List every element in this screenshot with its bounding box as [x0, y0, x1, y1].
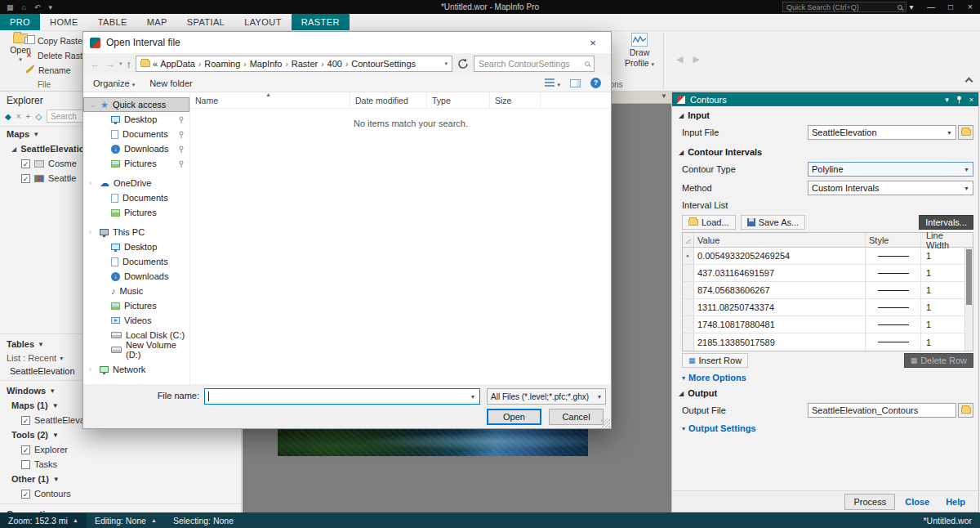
map-window-menu-icon[interactable]: ▼: [661, 92, 667, 100]
other-checkbox[interactable]: [21, 490, 30, 499]
back-icon[interactable]: ←: [90, 58, 100, 70]
app-menu-icon[interactable]: ▦: [7, 3, 14, 11]
method-select[interactable]: Custom Intervals ▼: [808, 181, 973, 195]
layer-checkbox[interactable]: [21, 174, 30, 183]
dialog-search-input[interactable]: Search ContourSettings: [474, 56, 595, 72]
process-button[interactable]: Process: [844, 494, 895, 510]
dialog-close-icon[interactable]: ×: [581, 37, 604, 49]
input-file-browse-button[interactable]: [958, 125, 973, 140]
output-file-input[interactable]: SeattleElevation_Contours: [808, 403, 956, 418]
save-icon[interactable]: ⌂: [22, 3, 26, 11]
row-selector[interactable]: [683, 333, 694, 351]
tab-spatial[interactable]: SPATIAL: [177, 14, 234, 30]
chevron-icon[interactable]: ›: [89, 228, 91, 236]
zoom-status[interactable]: Zoom: 152.3 mi ▲: [0, 512, 87, 528]
layer-checkbox[interactable]: [21, 159, 30, 168]
column-name[interactable]: Name ▴: [190, 92, 350, 108]
window-checkbox[interactable]: [21, 416, 30, 425]
chevron-down-icon[interactable]: ▾: [945, 96, 949, 104]
new-folder-button[interactable]: New folder: [149, 78, 193, 88]
input-section-header[interactable]: ◢ Input: [672, 106, 978, 122]
resize-grip[interactable]: [601, 418, 610, 427]
interval-row[interactable]: 1748.10817880481 1: [683, 316, 973, 333]
maximize-button[interactable]: □: [941, 0, 960, 14]
tool-item-tasks[interactable]: Tasks: [0, 457, 241, 472]
copy-raster-button[interactable]: Copy Raster: [24, 34, 90, 47]
quick-search-input[interactable]: Quick Search (Ctrl+Q): [782, 2, 906, 12]
contour-intervals-section-header[interactable]: ◢ Contour Intervals: [672, 143, 978, 159]
style-column-header[interactable]: Style: [866, 233, 921, 247]
interval-row[interactable]: 874.05683606267 1: [683, 282, 973, 299]
help-button[interactable]: Help: [939, 494, 972, 510]
line-style-swatch[interactable]: [866, 316, 921, 333]
save-as-button[interactable]: Save As...: [741, 215, 806, 230]
change-view-button[interactable]: ▾: [545, 78, 560, 88]
tab-home[interactable]: HOME: [40, 14, 88, 30]
open-button[interactable]: Open: [487, 409, 541, 425]
add-layer-icon[interactable]: ◆: [5, 112, 11, 121]
chevron-icon[interactable]: ›: [89, 179, 91, 187]
tab-raster[interactable]: RASTER: [292, 14, 350, 30]
cancel-button[interactable]: Cancel: [549, 409, 604, 425]
collapse-ribbon-icon[interactable]: [965, 78, 973, 86]
nav-item-pictures-qa[interactable]: Pictures: [83, 156, 189, 171]
recent-locations-icon[interactable]: ▾: [119, 60, 122, 67]
file-list[interactable]: Name ▴ Date modified Type Size No items …: [190, 92, 611, 384]
tool-checkbox[interactable]: [21, 460, 30, 469]
draw-profile-button[interactable]: Draw Profile ▾: [621, 33, 658, 80]
refresh-icon[interactable]: [457, 57, 470, 70]
nav-item-downloads-pc[interactable]: ↓ Downloads: [83, 269, 189, 284]
line-style-swatch[interactable]: [866, 248, 921, 264]
interval-row[interactable]: 1311.08250743374 1: [683, 299, 973, 316]
nav-item-onedrive-pictures[interactable]: Pictures: [83, 205, 189, 220]
address-dropdown-icon[interactable]: ▾: [445, 60, 448, 67]
column-size[interactable]: Size: [490, 92, 541, 108]
nav-item-downloads-qa[interactable]: ↓ Downloads: [83, 141, 189, 156]
row-selector[interactable]: [683, 282, 694, 298]
line-width-column-header[interactable]: Line Width: [921, 233, 966, 247]
load-button[interactable]: Load...: [682, 215, 736, 230]
output-settings-link[interactable]: ▾ Output Settings: [682, 423, 973, 433]
nav-item-desktop-pc[interactable]: Desktop: [83, 239, 189, 254]
remove-icon[interactable]: ×: [16, 112, 21, 121]
preview-pane-icon[interactable]: [570, 79, 581, 87]
row-selector[interactable]: [683, 265, 694, 281]
grid-scrollbar[interactable]: [964, 248, 973, 351]
layers-icon[interactable]: ◇: [35, 112, 42, 121]
editing-status[interactable]: Editing: None ▲: [87, 516, 165, 526]
nav-item-videos[interactable]: Videos: [83, 313, 189, 328]
nav-item-documents-pc[interactable]: Documents: [83, 254, 189, 269]
nav-item-new-volume-d[interactable]: New Volume (D:): [83, 342, 189, 357]
windows-tools-group[interactable]: Tools (2) ▼: [0, 427, 241, 442]
expander-icon[interactable]: ◢: [11, 145, 16, 153]
tab-map[interactable]: MAP: [137, 14, 177, 30]
file-type-select[interactable]: All Files (*.level;*.pfc;*.ghx) ▼: [487, 388, 606, 405]
interval-row[interactable]: ▸ 0.00549332052469254 1: [683, 248, 973, 265]
input-file-select[interactable]: SeattleElevation ▼: [808, 125, 956, 140]
contour-type-select[interactable]: Polyline ▼: [808, 162, 973, 177]
ribbon-options-icon[interactable]: ▾: [902, 0, 921, 14]
tool-item-explorer[interactable]: Explorer: [0, 442, 241, 457]
line-style-swatch[interactable]: [866, 282, 921, 298]
dialog-titlebar[interactable]: Open Interval file ×: [83, 32, 611, 53]
value-column-header[interactable]: Value: [694, 233, 866, 247]
organize-button[interactable]: Organize▾: [93, 78, 135, 88]
more-options-link[interactable]: ▾ More Options: [682, 373, 973, 383]
chevron-icon[interactable]: ⌄: [90, 101, 96, 109]
forward-icon[interactable]: →: [105, 58, 115, 70]
scrollbar-thumb[interactable]: [966, 249, 972, 305]
selecting-status[interactable]: Selecting: None: [165, 516, 242, 526]
tab-layout[interactable]: LAYOUT: [234, 14, 292, 30]
output-file-browse-button[interactable]: [958, 403, 973, 418]
delete-row-button[interactable]: ▦ Delete Row: [904, 353, 973, 368]
close-button[interactable]: ×: [960, 0, 980, 14]
line-style-swatch[interactable]: [866, 299, 921, 315]
add-icon[interactable]: +: [26, 112, 31, 121]
nav-item-documents-qa[interactable]: Documents: [83, 127, 189, 141]
tab-table[interactable]: TABLE: [88, 14, 137, 30]
delete-raster-button[interactable]: × Delete Raster: [24, 49, 90, 61]
interval-row[interactable]: 437.031164691597 1: [683, 265, 973, 282]
breadcrumb-raster[interactable]: Raster: [292, 59, 318, 69]
help-icon[interactable]: ?: [590, 78, 601, 88]
contours-panel-header[interactable]: Contours ▾ ×: [672, 92, 978, 106]
